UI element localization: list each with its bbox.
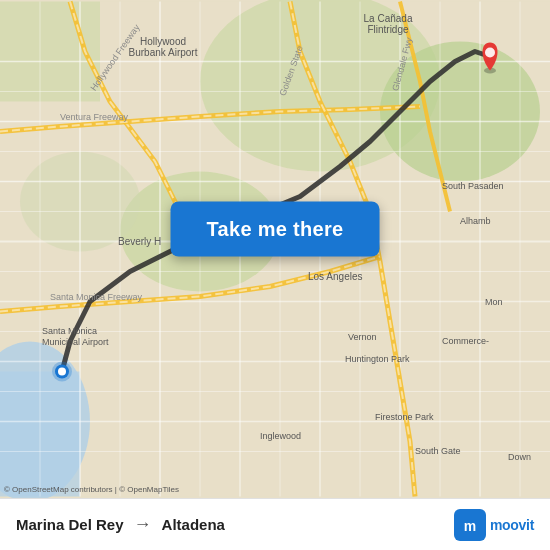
direction-arrow-icon: → xyxy=(134,514,152,535)
svg-text:Hollywood: Hollywood xyxy=(140,36,186,47)
bottom-bar: Marina Del Rey → Altadena m moovit xyxy=(0,498,550,550)
app-container: Hollywood Freeway Ventura Freeway Golden… xyxy=(0,0,550,550)
map-background: Hollywood Freeway Ventura Freeway Golden… xyxy=(0,0,550,498)
moovit-icon: m xyxy=(454,509,486,541)
svg-text:South Pasaden: South Pasaden xyxy=(442,181,504,191)
svg-text:Inglewood: Inglewood xyxy=(260,431,301,441)
svg-text:© OpenStreetMap contributors |: © OpenStreetMap contributors | © OpenMap… xyxy=(4,485,179,494)
take-me-there-button[interactable]: Take me there xyxy=(171,202,380,257)
svg-text:South Gate: South Gate xyxy=(415,446,461,456)
svg-text:Mon: Mon xyxy=(485,297,503,307)
svg-text:Burbank Airport: Burbank Airport xyxy=(129,47,198,58)
svg-text:Ventura Freeway: Ventura Freeway xyxy=(60,112,129,122)
moovit-logo: m moovit xyxy=(454,509,534,541)
svg-text:Beverly H: Beverly H xyxy=(118,236,161,247)
svg-text:Santa Monica Freeway: Santa Monica Freeway xyxy=(50,292,143,302)
svg-text:Vernon: Vernon xyxy=(348,332,377,342)
svg-text:La Cañada: La Cañada xyxy=(364,13,413,24)
svg-text:m: m xyxy=(464,518,476,534)
map-area: Hollywood Freeway Ventura Freeway Golden… xyxy=(0,0,550,498)
destination-label: Altadena xyxy=(162,516,225,533)
svg-point-60 xyxy=(58,368,66,376)
svg-point-62 xyxy=(485,48,495,58)
svg-text:Municipal Airport: Municipal Airport xyxy=(42,337,109,347)
moovit-brand-name: moovit xyxy=(490,517,534,533)
svg-text:Down: Down xyxy=(508,452,531,462)
svg-text:Santa Monica: Santa Monica xyxy=(42,326,97,336)
svg-text:Flintridge: Flintridge xyxy=(367,24,409,35)
svg-text:Huntington Park: Huntington Park xyxy=(345,354,410,364)
svg-text:Firestone Park: Firestone Park xyxy=(375,412,434,422)
svg-text:Commerce-: Commerce- xyxy=(442,336,489,346)
svg-text:Los Angeles: Los Angeles xyxy=(308,271,363,282)
svg-text:Alhamb: Alhamb xyxy=(460,216,491,226)
origin-label: Marina Del Rey xyxy=(16,516,124,533)
